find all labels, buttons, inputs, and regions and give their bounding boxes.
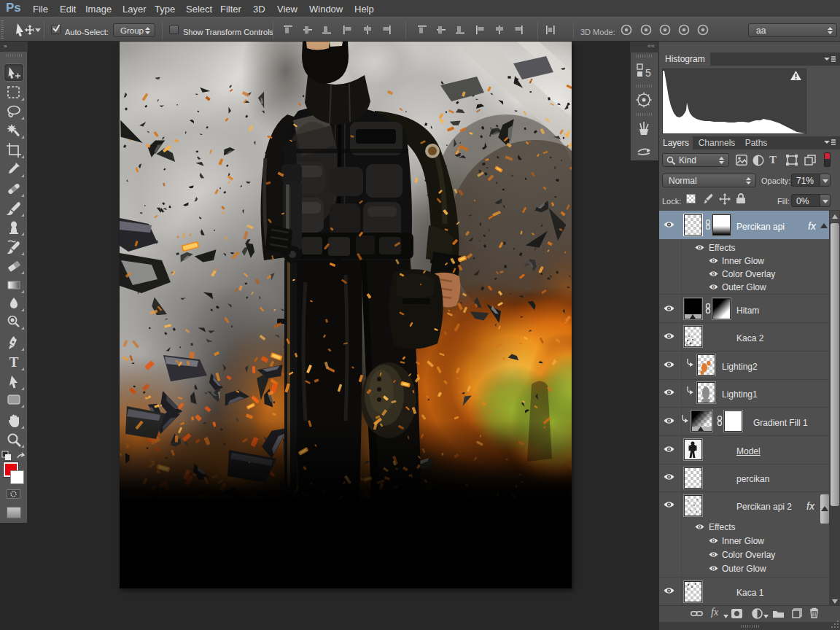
svg-text:T: T [9, 354, 19, 370]
svg-text:5: 5 [645, 67, 651, 79]
